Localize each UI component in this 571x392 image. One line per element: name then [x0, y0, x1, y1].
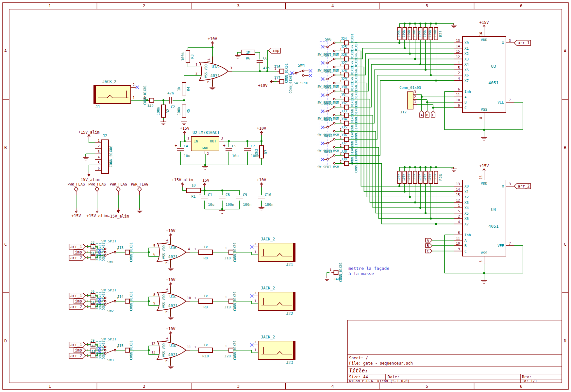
connector-body: [344, 57, 349, 61]
power-symbol-+10V: +10V: [258, 80, 274, 88]
global-label-imp[interactable]: imp: [74, 250, 86, 255]
capacitor-C4[interactable]: C410u+: [175, 143, 190, 158]
capacitor-C5[interactable]: C510u+: [223, 143, 238, 158]
capacitor-C1[interactable]: C110u+: [199, 192, 214, 207]
connector-body: [344, 97, 349, 101]
resistor-R6[interactable]: 1MR6: [241, 50, 255, 60]
switch-lever: [106, 301, 114, 304]
junction-dot: [419, 166, 421, 168]
hex-label-C[interactable]: C: [431, 111, 435, 117]
global-label-imp[interactable]: imp: [74, 299, 86, 304]
resistor-array-ref: R25: [439, 30, 443, 37]
resistor-body: [182, 105, 186, 117]
resistor-array-R25[interactable]: 100k100k100k100k100k100k100k100kR25: [397, 23, 454, 82]
global-label-arr_2[interactable]: arr_2: [69, 304, 86, 309]
wire: [349, 115, 454, 208]
mux-U4[interactable]: 13X014X115X212X31X45X52X64X76Inh11A10B9C…: [454, 173, 514, 264]
resistor-R8[interactable]: 1kR8: [199, 245, 212, 260]
pwr-flag[interactable]: PWR_FLAG: [131, 182, 148, 195]
jack-J23[interactable]: 21JACK_2J23: [253, 335, 295, 365]
hex-label-B[interactable]: B: [425, 111, 429, 117]
jack-J22[interactable]: 21JACK_2J22: [253, 286, 295, 316]
junction-dot: [409, 23, 411, 24]
resistor-R4[interactable]: 1kR4: [177, 83, 191, 95]
resistor-R1[interactable]: 10R1: [187, 183, 200, 199]
pin-number: 1: [340, 48, 342, 51]
or-gate-U1A[interactable]: 123147VSS VDDU1A4071: [195, 57, 232, 86]
hex-label-A[interactable]: A: [420, 111, 424, 117]
switch-SW4[interactable]: SW4SW_SPDT: [293, 63, 309, 85]
global-label-arr_2[interactable]: arr_2: [69, 255, 86, 260]
jack-ref: J21: [286, 262, 293, 267]
junction-dot: [148, 251, 150, 253]
global-label-imp[interactable]: imp: [269, 48, 280, 53]
connector-J42[interactable]: J42CONN_01X011: [143, 85, 154, 108]
connector-J12[interactable]: 321Conn_01x03J12: [399, 86, 421, 114]
text-label: 47n: [167, 91, 174, 95]
or-gate-U1C[interactable]: 8910147VSS VDDU1C4071: [153, 286, 191, 316]
connector-J40[interactable]: J40CONN_01X011: [330, 262, 343, 282]
resistor-ref: R6: [246, 56, 250, 60]
power-symbol-+10V: +10V: [257, 126, 266, 135]
connector-body: [280, 69, 284, 74]
mux-ref: U3: [491, 64, 496, 69]
pwr-flag[interactable]: PWR_FLAG: [89, 182, 106, 195]
regulator-U2[interactable]: INOUTGND132U2LM7810ACT: [186, 130, 224, 155]
global-label-imp[interactable]: imp: [74, 348, 86, 353]
connector-ref: J38: [341, 150, 347, 153]
hex-label-C[interactable]: C: [426, 249, 432, 253]
capacitor-C9[interactable]: C9100n: [236, 193, 252, 207]
schematic-canvas[interactable]: 112233445566AABBCCDDSheet: /File: gate -…: [0, 0, 571, 392]
resistor-value: 100k: [428, 30, 431, 37]
global-label-arr_1[interactable]: arr_1: [69, 342, 86, 347]
global-label-arr_1[interactable]: arr_1: [69, 244, 86, 249]
jack-J1[interactable]: 21JACK_2J1: [94, 79, 136, 109]
pwr-flag[interactable]: PWR_FLAG: [68, 182, 85, 195]
resistor-R9[interactable]: 1kR9: [199, 294, 212, 309]
pin-number: 1: [225, 296, 227, 299]
connector-J2[interactable]: 123456J2CONN_01X06: [95, 134, 113, 173]
or-gate-U1D[interactable]: 121311147VSS VDDU1D4071: [151, 335, 191, 365]
resistor-value: 1k: [203, 245, 208, 249]
pin-number: 14: [165, 288, 169, 292]
capacitor-C6[interactable]: C647n: [257, 56, 270, 70]
resistor-R10[interactable]: 1kR10: [199, 343, 212, 358]
resistor-ref: R10: [202, 354, 209, 358]
resistor-R5[interactable]: 100kR5: [177, 105, 191, 117]
text-label: +15V: [180, 126, 190, 131]
pin-name: X4: [464, 206, 469, 210]
global-label-arr_2[interactable]: arr_2: [69, 353, 86, 358]
power-symbol-+15V: +15V: [72, 208, 81, 218]
or-gate-U1B[interactable]: 564147VSS VDDU1B4071: [153, 237, 190, 267]
hex-label-B[interactable]: B: [426, 244, 432, 248]
resistor-ref: R2: [166, 109, 170, 113]
connector-J17[interactable]: J17CONN_01X011: [274, 74, 293, 93]
mux-U3[interactable]: 13X014X115X212X31X45X52X64X76Inh11A10B9C…: [454, 29, 514, 121]
global-label-arr_2[interactable]: arr_2: [514, 184, 531, 189]
capacitor-C8[interactable]: C8100n: [219, 193, 234, 207]
connector-body: [125, 299, 129, 303]
resistor-value: 1k: [203, 294, 208, 298]
frame-col-label: 3: [237, 3, 240, 8]
global-label-arr_1[interactable]: arr_1: [69, 293, 86, 298]
connector-ref: J6: [91, 290, 94, 293]
global-label-arr_1[interactable]: arr_1: [514, 40, 531, 45]
hex-label-A[interactable]: A: [426, 238, 432, 243]
jack-J21[interactable]: 21JACK_2J21: [253, 237, 295, 267]
connector-value: CONN_01X01: [350, 130, 354, 149]
pwr-flag[interactable]: PWR_FLAG: [110, 182, 127, 195]
resistor-R2[interactable]: 100kR2: [156, 105, 170, 117]
resistor-R3[interactable]: 100kR3: [181, 50, 194, 63]
switch-value: SW_SP3T: [101, 239, 117, 243]
text-label: B: [426, 113, 428, 117]
pin-number: 3: [230, 66, 232, 70]
title-block[interactable]: Sheet: /File: gate - sequenceur.schTitle…: [347, 320, 562, 383]
resistor-array-R26[interactable]: 100k100k100k100k100k100k100k100kR26: [397, 166, 454, 225]
capacitor-C10[interactable]: C10100n: [258, 193, 274, 207]
pin-number: 10: [187, 296, 191, 300]
junction-dot: [483, 129, 485, 131]
resistor-value: 100k: [397, 174, 400, 181]
pin-number: 2: [458, 71, 460, 75]
gnd-symbol: [259, 206, 264, 210]
connector-ref: J13: [117, 246, 124, 250]
